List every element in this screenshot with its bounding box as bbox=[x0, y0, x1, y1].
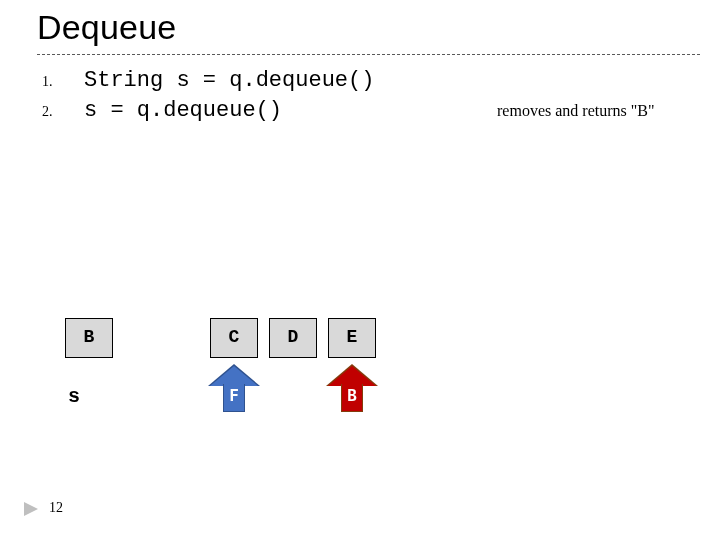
svg-marker-0 bbox=[24, 502, 38, 516]
step-1: 1. String s = q.dequeue() bbox=[42, 68, 374, 93]
step-2: 2. s = q.dequeue() bbox=[42, 98, 282, 123]
page-number: 12 bbox=[49, 500, 63, 516]
step-number: 2. bbox=[42, 104, 84, 120]
step-number: 1. bbox=[42, 74, 84, 90]
arrow-label: B bbox=[328, 386, 376, 405]
side-note: removes and returns "B" bbox=[497, 102, 654, 120]
step-code: String s = q.dequeue() bbox=[84, 68, 374, 93]
queue-box: D bbox=[269, 318, 317, 358]
up-arrow-icon bbox=[328, 366, 376, 386]
up-arrow-icon bbox=[210, 366, 258, 386]
title-rule bbox=[37, 54, 700, 55]
step-code: s = q.dequeue() bbox=[84, 98, 282, 123]
queue-box: C bbox=[210, 318, 258, 358]
s-pointer-label: s bbox=[68, 385, 80, 408]
arrow-label: F bbox=[210, 386, 258, 405]
slide-marker-icon bbox=[22, 500, 44, 518]
queue-box: E bbox=[328, 318, 376, 358]
box-detached: B bbox=[65, 318, 113, 358]
slide-title: Dequeue bbox=[37, 8, 176, 47]
